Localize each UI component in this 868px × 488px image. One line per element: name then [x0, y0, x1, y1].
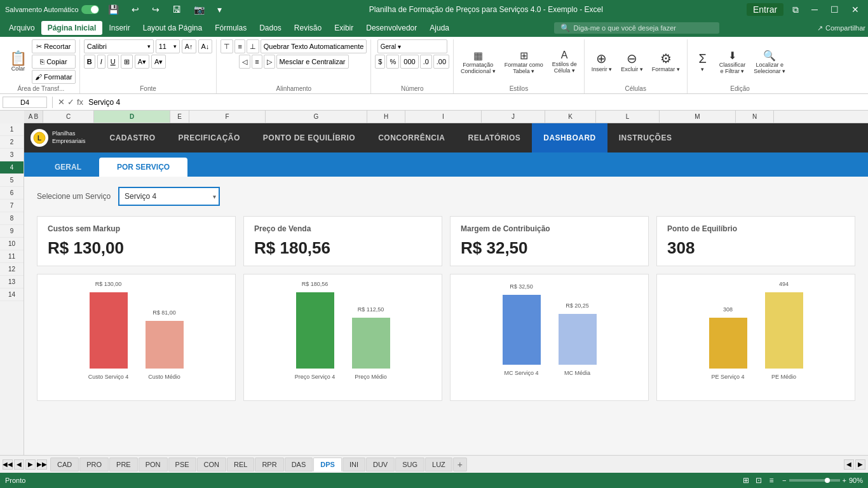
save-button[interactable]: 💾	[104, 3, 123, 16]
nav-dashboard[interactable]: DASHBOARD	[532, 123, 607, 152]
col-header-n[interactable]: N	[736, 111, 774, 123]
restore-down-button[interactable]: ⧉	[789, 3, 803, 17]
paste-button[interactable]: 📋 Colar	[6, 50, 30, 74]
sheet-tab-dps[interactable]: DPS	[313, 458, 342, 471]
cancel-formula-icon[interactable]: ✕	[58, 97, 65, 107]
decimal-increase-button[interactable]: .0	[420, 55, 432, 69]
decimal-decrease-button[interactable]: .00	[433, 55, 449, 69]
fill-button[interactable]: ⬇ Classificare Filtrar ▾	[716, 48, 749, 76]
col-header-f[interactable]: F	[189, 111, 266, 123]
page-layout-button[interactable]: ⊡	[753, 475, 764, 485]
redo-button[interactable]: ↪	[148, 3, 163, 16]
service-dropdown[interactable]: Serviço 4 ▾	[118, 187, 220, 206]
formula-input[interactable]	[86, 98, 865, 107]
format-table-button[interactable]: ⊞ Formatar comoTabela ▾	[501, 48, 546, 76]
sheet-tab-sug[interactable]: SUG	[395, 458, 424, 471]
menu-arquivo[interactable]: Arquivo	[3, 21, 41, 35]
cell-reference-input[interactable]	[3, 97, 47, 108]
sheet-tab-pro[interactable]: PRO	[79, 458, 109, 471]
camera-button[interactable]: 📷	[190, 3, 208, 16]
col-header-h[interactable]: H	[367, 111, 405, 123]
menu-ajuda[interactable]: Ajuda	[423, 21, 456, 35]
sheet-tab-pre[interactable]: PRE	[109, 458, 138, 471]
cell-styles-button[interactable]: A Estilos deCélula ▾	[549, 48, 580, 76]
search-bar[interactable]: 🔍 Diga-me o que você deseja fazer	[554, 22, 719, 34]
zoom-slider[interactable]	[789, 479, 840, 482]
zoom-in-button[interactable]: +	[843, 477, 846, 484]
align-bottom-button[interactable]: ⊥	[247, 39, 259, 53]
sheet-nav-prev[interactable]: ◀	[14, 459, 24, 470]
autosave-toggle[interactable]	[81, 5, 99, 14]
sheet-tab-pse[interactable]: PSE	[168, 458, 196, 471]
sheet-tab-rpr[interactable]: RPR	[255, 458, 283, 471]
align-top-button[interactable]: ⊤	[220, 39, 233, 53]
maximize-button[interactable]: ☐	[827, 3, 843, 16]
login-button[interactable]: Entrar	[747, 3, 783, 16]
save-disk-button[interactable]: 🖫	[168, 3, 185, 16]
sheet-tab-luz[interactable]: LUZ	[425, 458, 452, 471]
subtab-por-servico[interactable]: POR SERVIÇO	[99, 158, 187, 177]
nav-concorrencia[interactable]: CONCORRÊNCIA	[367, 123, 456, 152]
nav-cadastro[interactable]: CADASTRO	[98, 123, 167, 152]
currency-button[interactable]: $	[375, 55, 385, 69]
thousands-button[interactable]: 000	[400, 55, 418, 69]
sheet-tab-cad[interactable]: CAD	[50, 458, 79, 471]
add-sheet-button[interactable]: +	[453, 458, 467, 471]
col-header-d[interactable]: D	[94, 111, 170, 123]
col-header-k[interactable]: K	[545, 111, 596, 123]
menu-desenvolvedor[interactable]: Desenvolvedor	[360, 21, 423, 35]
align-center-button[interactable]: ≡	[252, 55, 262, 69]
align-middle-button[interactable]: ≡	[234, 39, 245, 53]
share-button[interactable]: ↗ Compartilhar	[817, 24, 865, 32]
align-left-button[interactable]: ◁	[239, 55, 250, 69]
sheet-scroll-left[interactable]: ◀	[844, 459, 854, 470]
wrap-text-button[interactable]: Quebrar Texto Automaticamente	[261, 39, 367, 53]
col-header-m[interactable]: M	[660, 111, 736, 123]
sheet-tab-pon[interactable]: PON	[139, 458, 168, 471]
font-increase-button[interactable]: A↑	[182, 39, 196, 53]
insert-function-icon[interactable]: fx	[77, 97, 83, 107]
sheet-tab-con[interactable]: CON	[197, 458, 226, 471]
italic-button[interactable]: I	[97, 55, 105, 69]
customize-button[interactable]: ▾	[214, 3, 226, 16]
col-header-c[interactable]: C	[43, 111, 94, 123]
col-header-g[interactable]: G	[266, 111, 367, 123]
col-header-l[interactable]: L	[596, 111, 660, 123]
font-decrease-button[interactable]: A↓	[198, 39, 213, 53]
merge-button[interactable]: Mesclar e Centralizar	[276, 55, 349, 69]
font-color-button[interactable]: A▾	[151, 55, 166, 69]
col-header-i[interactable]: I	[405, 111, 482, 123]
number-format-dropdown[interactable]: Geral ▾	[377, 39, 447, 53]
sheet-tab-rel[interactable]: REL	[227, 458, 254, 471]
subtab-geral[interactable]: GERAL	[37, 158, 99, 177]
menu-revisao[interactable]: Revisão	[288, 21, 328, 35]
normal-view-button[interactable]: ⊞	[740, 475, 752, 485]
sheet-tab-ini[interactable]: INI	[342, 458, 365, 471]
menu-dados[interactable]: Dados	[253, 21, 288, 35]
percent-button[interactable]: %	[386, 55, 399, 69]
nav-relatorios[interactable]: RELATÓRIOS	[457, 123, 532, 152]
page-break-button[interactable]: ≡	[766, 475, 777, 485]
find-button[interactable]: 🔍 Localizar eSelecionar ▾	[750, 48, 789, 76]
sheet-nav-first[interactable]: ◀◀	[3, 459, 13, 470]
align-right-button[interactable]: ▷	[264, 55, 275, 69]
nav-ponto-equilibrio[interactable]: PONTO DE EQUILÍBRIO	[252, 123, 367, 152]
zoom-out-button[interactable]: −	[782, 477, 786, 484]
nav-precificacao[interactable]: PRECIFICAÇÃO	[167, 123, 252, 152]
insert-cell-button[interactable]: ⊕ Inserir ▾	[588, 49, 616, 74]
font-name-dropdown[interactable]: Calibri ▾	[84, 39, 154, 53]
sheet-nav-next[interactable]: ▶	[25, 459, 36, 470]
format-cell-button[interactable]: ⚙ Formatar ▾	[649, 49, 683, 74]
bold-button[interactable]: B	[84, 55, 95, 69]
copy-button[interactable]: ⎘ Copiar	[32, 55, 76, 69]
col-header-j[interactable]: J	[482, 111, 545, 123]
fill-color-button[interactable]: A▾	[135, 55, 149, 69]
menu-exibir[interactable]: Exibir	[328, 21, 360, 35]
border-button[interactable]: ⊞	[121, 55, 133, 69]
minimize-button[interactable]: ─	[808, 3, 822, 16]
undo-button[interactable]: ↩	[128, 3, 143, 16]
menu-layout[interactable]: Layout da Página	[137, 21, 208, 35]
sheet-tab-duv[interactable]: DUV	[366, 458, 395, 471]
format-paint-button[interactable]: 🖌 Formatar	[32, 70, 76, 84]
sum-button[interactable]: Σ ▾	[691, 50, 714, 74]
